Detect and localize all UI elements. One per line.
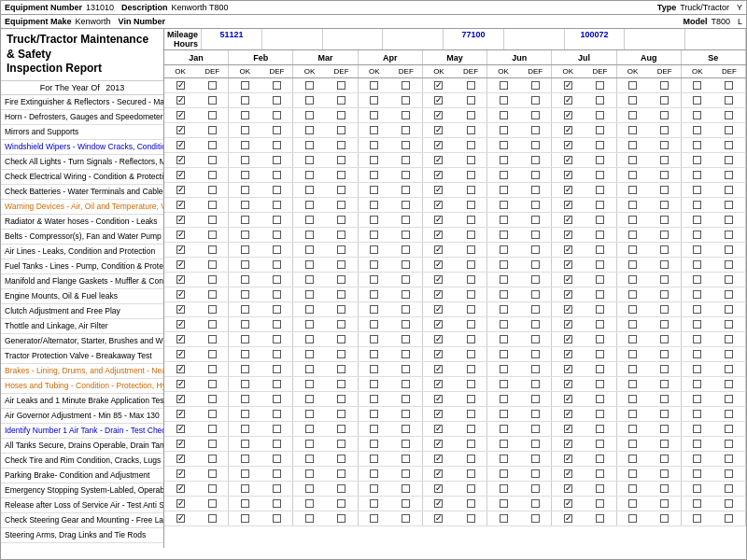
def-cell[interactable] xyxy=(713,332,745,346)
def-cell[interactable] xyxy=(649,362,681,376)
checkbox[interactable] xyxy=(531,335,540,343)
checkbox[interactable] xyxy=(725,320,733,329)
def-cell[interactable] xyxy=(519,258,551,272)
ok-cell[interactable] xyxy=(359,482,390,496)
checkbox[interactable] xyxy=(628,81,637,90)
checkbox[interactable] xyxy=(564,395,572,403)
checkbox[interactable] xyxy=(725,455,733,463)
checkbox[interactable] xyxy=(596,469,604,478)
ok-cell[interactable] xyxy=(487,377,519,391)
checkbox[interactable] xyxy=(305,245,314,254)
ok-cell[interactable] xyxy=(682,511,713,525)
def-cell[interactable] xyxy=(713,511,745,525)
checkbox[interactable] xyxy=(500,425,508,433)
ok-cell[interactable] xyxy=(617,78,649,92)
def-cell[interactable] xyxy=(261,377,292,391)
checkbox[interactable] xyxy=(305,186,314,194)
checkbox[interactable] xyxy=(693,410,701,418)
def-cell[interactable] xyxy=(649,377,681,391)
def-cell[interactable] xyxy=(584,183,615,197)
checkbox[interactable] xyxy=(693,186,701,194)
ok-cell[interactable] xyxy=(487,407,519,421)
ok-cell[interactable] xyxy=(359,467,390,481)
def-cell[interactable] xyxy=(519,347,551,361)
def-cell[interactable] xyxy=(584,422,615,436)
checkbox[interactable] xyxy=(693,171,701,179)
def-cell[interactable] xyxy=(519,123,551,137)
checkbox[interactable] xyxy=(660,380,669,388)
def-cell[interactable] xyxy=(519,511,551,525)
def-cell[interactable] xyxy=(713,78,745,92)
ok-cell[interactable] xyxy=(487,437,519,451)
def-cell[interactable] xyxy=(584,511,615,525)
ok-cell[interactable] xyxy=(164,377,196,391)
def-cell[interactable] xyxy=(455,317,486,331)
checkbox[interactable] xyxy=(337,81,345,90)
checkbox[interactable] xyxy=(564,126,572,134)
def-cell[interactable] xyxy=(390,347,422,361)
checkbox[interactable] xyxy=(660,231,669,239)
def-cell[interactable] xyxy=(196,138,228,152)
ok-cell[interactable] xyxy=(423,377,455,391)
checkbox[interactable] xyxy=(370,395,378,403)
ok-cell[interactable] xyxy=(617,362,649,376)
ok-cell[interactable] xyxy=(617,407,649,421)
def-cell[interactable] xyxy=(196,422,228,436)
def-cell[interactable] xyxy=(519,168,551,182)
ok-cell[interactable] xyxy=(487,93,519,107)
def-cell[interactable] xyxy=(649,467,681,481)
ok-cell[interactable] xyxy=(617,123,649,137)
checkbox[interactable] xyxy=(725,425,733,433)
def-cell[interactable] xyxy=(584,78,615,92)
ok-cell[interactable] xyxy=(552,377,584,391)
checkbox[interactable] xyxy=(434,514,443,523)
def-cell[interactable] xyxy=(261,78,292,92)
checkbox[interactable] xyxy=(628,320,637,329)
checkbox[interactable] xyxy=(402,380,410,388)
checkbox[interactable] xyxy=(725,216,733,224)
checkbox[interactable] xyxy=(370,111,378,119)
checkbox[interactable] xyxy=(176,290,185,299)
ok-cell[interactable] xyxy=(617,392,649,406)
def-cell[interactable] xyxy=(649,243,681,257)
def-cell[interactable] xyxy=(455,511,486,525)
def-cell[interactable] xyxy=(326,93,358,107)
checkbox[interactable] xyxy=(531,350,540,358)
checkbox[interactable] xyxy=(273,216,281,224)
def-cell[interactable] xyxy=(196,347,228,361)
ok-cell[interactable] xyxy=(164,183,196,197)
checkbox[interactable] xyxy=(305,141,314,149)
ok-cell[interactable] xyxy=(552,213,584,227)
ok-cell[interactable] xyxy=(487,497,519,511)
checkbox[interactable] xyxy=(531,290,540,299)
checkbox[interactable] xyxy=(660,96,669,105)
def-cell[interactable] xyxy=(713,467,745,481)
checkbox[interactable] xyxy=(176,231,185,239)
def-cell[interactable] xyxy=(455,332,486,346)
checkbox[interactable] xyxy=(628,231,637,239)
checkbox[interactable] xyxy=(337,141,345,149)
checkbox[interactable] xyxy=(208,216,217,224)
checkbox[interactable] xyxy=(337,365,345,373)
checkbox[interactable] xyxy=(531,365,540,373)
checkbox[interactable] xyxy=(402,484,410,493)
ok-cell[interactable] xyxy=(164,198,196,212)
ok-cell[interactable] xyxy=(682,228,713,242)
checkbox[interactable] xyxy=(337,171,345,179)
def-cell[interactable] xyxy=(519,317,551,331)
checkbox[interactable] xyxy=(337,440,345,448)
checkbox[interactable] xyxy=(305,260,314,269)
checkbox[interactable] xyxy=(660,395,669,403)
checkbox[interactable] xyxy=(725,96,733,105)
checkbox[interactable] xyxy=(241,350,249,358)
def-cell[interactable] xyxy=(584,377,615,391)
def-cell[interactable] xyxy=(584,467,615,481)
ok-cell[interactable] xyxy=(229,183,261,197)
ok-cell[interactable] xyxy=(552,452,584,466)
checkbox[interactable] xyxy=(500,231,508,239)
ok-cell[interactable] xyxy=(229,302,261,316)
checkbox[interactable] xyxy=(628,469,637,478)
checkbox[interactable] xyxy=(305,81,314,90)
checkbox[interactable] xyxy=(305,335,314,343)
checkbox[interactable] xyxy=(305,96,314,105)
